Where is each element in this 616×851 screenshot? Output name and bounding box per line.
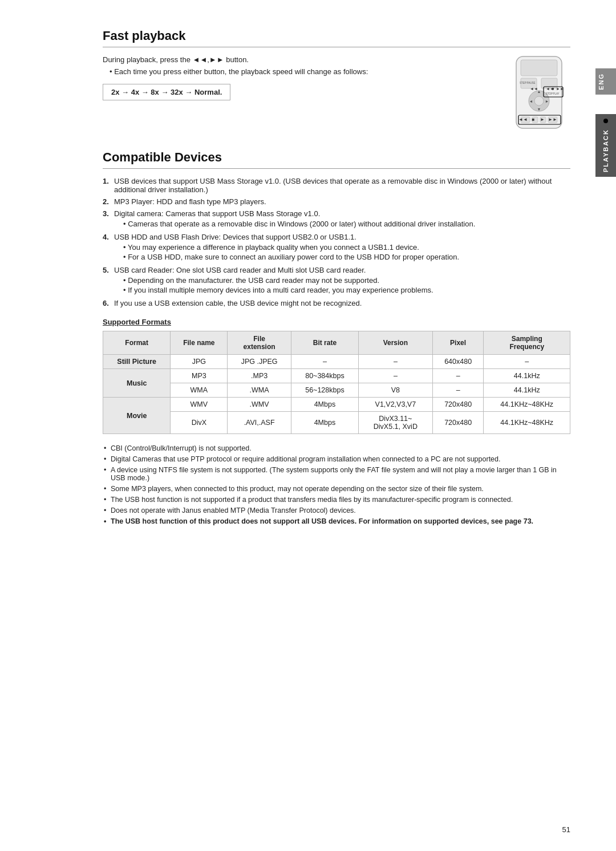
item-text: USB devices that support USB Mass Storag… <box>114 177 570 194</box>
fast-playback-bullet: Each time you press either button, the p… <box>110 67 491 76</box>
cell-sampling: 44.1kHz <box>484 369 570 383</box>
compatible-device-item: 4. USB HDD and USB Flash Drive: Devices … <box>103 233 570 262</box>
item-num: 3. <box>103 209 112 229</box>
item-num: 4. <box>103 233 112 262</box>
svg-text:PAUSE: PAUSE <box>527 82 536 84</box>
cell-file_name: WMA <box>171 383 228 398</box>
item-text: USB card Reader: One slot USB card reade… <box>114 266 570 295</box>
svg-text:►►: ►► <box>556 87 564 91</box>
cell-pixel: 720x480 <box>432 412 484 434</box>
svg-text:PLAY: PLAY <box>553 92 559 95</box>
table-row: MusicMP3.MP380~384kbps––44.1kHz <box>103 369 570 383</box>
cell-bit_rate: – <box>291 355 358 369</box>
cell-file_name: JPG <box>171 355 228 369</box>
cell-sampling: – <box>484 355 570 369</box>
cell-extension: .WMA <box>228 383 291 398</box>
cell-version: V1,V2,V3,V7 <box>358 398 432 412</box>
table-row: MovieWMV.WMV4MbpsV1,V2,V3,V7720x48044.1K… <box>103 398 570 412</box>
item-num: 5. <box>103 266 112 295</box>
notes-list: CBI (Control/Bulk/Interrupt) is not supp… <box>103 444 570 525</box>
cell-extension: JPG .JPEG <box>228 355 291 369</box>
cell-file_name: MP3 <box>171 369 228 383</box>
table-row: WMA.WMA56~128kbpsV8–44.1kHz <box>103 383 570 398</box>
cell-pixel: 720x480 <box>432 398 484 412</box>
cell-sampling: 44.1KHz~48KHz <box>484 412 570 434</box>
cell-sampling: 44.1KHz~48KHz <box>484 398 570 412</box>
cell-version: V8 <box>358 383 432 398</box>
sub-bullet: If you install multiple memory devices i… <box>123 286 570 294</box>
col-filename: File name <box>171 331 228 355</box>
eng-label: ENG <box>595 68 616 95</box>
sub-bullet: For a USB HDD, make sure to connect an a… <box>123 253 570 261</box>
cell-version: DivX3.11~ DivX5.1, XviD <box>358 412 432 434</box>
remote-control-image: ▲ ▼ ◄ ► STEP PAUSE ◄◄ ■ <box>508 55 570 129</box>
svg-text:■: ■ <box>532 117 535 122</box>
compatible-device-item: 2. MP3 Player: HDD and flash type MP3 pl… <box>103 197 570 206</box>
compatible-device-item: 6. If you use a USB extension cable, the… <box>103 299 570 307</box>
page-number: 51 <box>562 825 570 834</box>
playback-label: PLAYBACK <box>602 129 609 172</box>
cell-file_name: WMV <box>171 398 228 412</box>
svg-text:►►: ►► <box>548 117 557 122</box>
speed-sequence: 2x → 4x → 8x → 32x → Normal. <box>103 84 230 100</box>
item-num: 2. <box>103 197 112 206</box>
compatible-devices-list: 1. USB devices that support USB Mass Sto… <box>103 177 570 307</box>
page-container: ENG PLAYBACK Fast playback During playba… <box>0 0 616 851</box>
item-text: Digital camera: Cameras that support USB… <box>114 209 570 229</box>
cell-pixel: – <box>432 383 484 398</box>
cell-version: – <box>358 355 432 369</box>
category-cell: Movie <box>103 398 171 434</box>
svg-text:◄◄: ◄◄ <box>530 87 538 91</box>
cell-bit_rate: 56~128kbps <box>291 383 358 398</box>
table-row: Still PictureJPGJPG .JPEG––640x480– <box>103 355 570 369</box>
note-item: Digital Cameras that use PTP protocol or… <box>103 455 570 463</box>
cell-pixel: – <box>432 369 484 383</box>
col-format: Format <box>103 331 171 355</box>
note-item: The USB host function of this product do… <box>103 517 570 525</box>
svg-text:STEP: STEP <box>520 82 526 84</box>
cell-pixel: 640x480 <box>432 355 484 369</box>
playback-tab: PLAYBACK <box>595 114 616 177</box>
fast-playback-intro: During playback, press the ◄◄,►► button. <box>103 55 491 64</box>
svg-text:◄◄: ◄◄ <box>518 117 528 122</box>
svg-point-5 <box>534 96 544 106</box>
supported-formats-table: Format File name Fileextension Bit rate … <box>103 331 570 434</box>
svg-text:◄: ◄ <box>529 99 533 103</box>
table-row: DivX.AVI,.ASF4MbpsDivX3.11~ DivX5.1, Xvi… <box>103 412 570 434</box>
note-item: A device using NTFS file system is not s… <box>103 466 570 482</box>
fast-playback-content: During playback, press the ◄◄,►► button.… <box>103 55 570 129</box>
compatible-device-item: 1. USB devices that support USB Mass Sto… <box>103 177 570 194</box>
item-text: MP3 Player: HDD and flash type MP3 playe… <box>114 197 570 206</box>
remote-svg: ▲ ▼ ◄ ► STEP PAUSE ◄◄ ■ <box>510 55 568 129</box>
svg-text:STOP: STOP <box>546 92 553 95</box>
supported-formats-title: Supported Formats <box>103 318 570 326</box>
cell-extension: .AVI,.ASF <box>228 412 291 434</box>
item-text: USB HDD and USB Flash Drive: Devices tha… <box>114 233 570 262</box>
svg-rect-1 <box>521 60 557 76</box>
sub-bullet: Cameras that operate as a removable disc… <box>123 220 570 228</box>
cell-extension: .MP3 <box>228 369 291 383</box>
compatible-device-item: 5. USB card Reader: One slot USB card re… <box>103 266 570 295</box>
cell-bit_rate: 4Mbps <box>291 398 358 412</box>
category-cell: Still Picture <box>103 355 171 369</box>
note-item: Some MP3 players, when connected to this… <box>103 485 570 493</box>
note-item: Does not operate with Janus enabled MTP … <box>103 506 570 514</box>
col-pixel: Pixel <box>432 331 484 355</box>
item-num: 1. <box>103 177 112 194</box>
item-text: If you use a USB extension cable, the US… <box>114 299 570 307</box>
sub-bullet: Depending on the manufacturer. the USB c… <box>123 276 570 285</box>
playback-dot <box>603 119 608 123</box>
cell-bit_rate: 80~384kbps <box>291 369 358 383</box>
cell-file_name: DivX <box>171 412 228 434</box>
cell-bit_rate: 4Mbps <box>291 412 358 434</box>
compatible-devices-section: Compatible Devices 1. USB devices that s… <box>103 150 570 525</box>
compatible-device-item: 3. Digital camera: Cameras that support … <box>103 209 570 229</box>
fast-playback-section: Fast playback During playback, press the… <box>103 29 570 129</box>
cell-extension: .WMV <box>228 398 291 412</box>
col-extension: Fileextension <box>228 331 291 355</box>
cell-sampling: 44.1kHz <box>484 383 570 398</box>
note-item: CBI (Control/Bulk/Interrupt) is not supp… <box>103 444 570 452</box>
fast-playback-text: During playback, press the ◄◄,►► button.… <box>103 55 491 100</box>
compatible-devices-title: Compatible Devices <box>103 150 570 169</box>
note-item: The USB host function is not supported i… <box>103 496 570 504</box>
